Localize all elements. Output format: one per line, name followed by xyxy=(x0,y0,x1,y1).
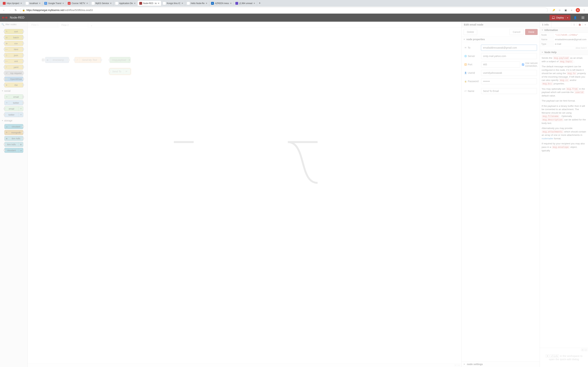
palette-category-social[interactable]: social xyxy=(0,88,27,93)
deploy-dropdown-icon[interactable]: ▾ xyxy=(565,17,568,19)
tab-close-icon[interactable]: ✕ xyxy=(86,2,88,5)
palette-node-sort[interactable]: ⇅sort xyxy=(4,29,23,34)
palette-filter-input[interactable] xyxy=(5,23,26,26)
tab-info[interactable]: ℹ info xyxy=(540,22,551,27)
port-input[interactable] xyxy=(481,61,520,67)
cancel-button[interactable]: Cancel xyxy=(510,29,524,35)
palette-node-xml[interactable]: <>xml xyxy=(4,59,23,64)
input-port[interactable] xyxy=(4,49,5,50)
output-port[interactable] xyxy=(22,102,24,104)
input-port[interactable] xyxy=(4,43,5,44)
browser-menu-icon[interactable] xyxy=(582,8,586,12)
input-port[interactable] xyxy=(4,108,5,109)
output-port[interactable] xyxy=(68,59,70,61)
input-port[interactable] xyxy=(109,71,110,72)
output-port[interactable] xyxy=(22,49,24,50)
tip-close-icon[interactable]: ✕ xyxy=(585,349,587,351)
userid-input[interactable] xyxy=(481,70,537,76)
palette-node-cloudant[interactable]: cloudant☁ xyxy=(4,148,23,153)
palette-node-batch[interactable]: ▤batch xyxy=(4,35,23,40)
palette-node-csv[interactable]: ▦csv xyxy=(4,41,23,46)
done-button[interactable]: Done xyxy=(525,29,538,35)
tab-close-icon[interactable]: ✕ xyxy=(62,2,64,5)
flow-node-inject[interactable]: ▶timestamp xyxy=(45,57,69,63)
flow-tab[interactable]: Flow 2 xyxy=(59,22,88,28)
input-port[interactable] xyxy=(4,72,5,74)
input-port[interactable] xyxy=(4,78,5,80)
to-input[interactable] xyxy=(481,45,537,51)
palette-category-storage[interactable]: storage xyxy=(0,118,27,123)
output-port[interactable] xyxy=(22,72,24,74)
tab-close-icon[interactable]: ✕ xyxy=(134,2,136,5)
output-port[interactable] xyxy=(100,59,102,61)
browser-tab[interactable]: MHello Node-Re✕ xyxy=(185,1,209,6)
zoom-out-button[interactable]: ∧ xyxy=(454,364,457,366)
delete-button[interactable]: Delete xyxy=(464,29,477,35)
information-header[interactable]: Information xyxy=(540,28,588,33)
password-input[interactable] xyxy=(481,78,537,84)
palette-node-html[interactable]: <>html xyxy=(4,47,23,52)
browser-tab[interactable]: Kongsi Ilmu IC✕ xyxy=(161,1,185,6)
input-port[interactable] xyxy=(74,59,75,61)
output-port[interactable] xyxy=(22,96,24,98)
inject-button[interactable] xyxy=(42,58,45,61)
tab-close-icon[interactable]: ✕ xyxy=(206,2,207,5)
input-port[interactable] xyxy=(4,150,5,151)
node-settings-header[interactable]: node settings xyxy=(461,361,540,367)
palette-node-cloudant[interactable]: ☁cloudant xyxy=(4,124,23,129)
flow-tab[interactable]: Flow 1 xyxy=(29,22,58,27)
input-port[interactable] xyxy=(109,59,110,61)
input-port[interactable] xyxy=(4,114,5,116)
flow-node-func[interactable]: ƒSend My Text xyxy=(75,57,101,63)
show-more-link[interactable]: show more ▾ xyxy=(540,46,588,50)
tab-close-icon[interactable]: ✕ xyxy=(110,2,112,5)
palette-node-yaml[interactable]: Yyaml xyxy=(4,65,23,70)
palette-node-mongodb[interactable]: ☘mongodb xyxy=(4,130,23,135)
palette-node-ibm-hdfs[interactable]: ibm hdfs▣ xyxy=(4,142,23,147)
output-port[interactable] xyxy=(22,60,24,62)
input-port[interactable] xyxy=(4,67,5,68)
browser-tab[interactable]: localhost✕ xyxy=(24,1,43,6)
tab-close-icon[interactable]: ✕ xyxy=(253,2,255,5)
extensions-icon[interactable] xyxy=(564,8,567,12)
output-port[interactable] xyxy=(22,138,24,139)
url-input[interactable]: 🔒 https://iotappmegat.mybluemix.net/red/… xyxy=(20,8,548,13)
browser-tab[interactable]: https://project✕ xyxy=(1,1,24,6)
tab-close-icon[interactable]: ✕ xyxy=(230,2,232,5)
output-port[interactable] xyxy=(22,55,24,56)
main-menu-button[interactable] xyxy=(580,15,586,21)
input-port[interactable] xyxy=(4,37,5,38)
palette-node-email[interactable]: email✉ xyxy=(4,106,23,111)
browser-tab[interactable]: Node-RED : io✕ xyxy=(138,1,161,6)
tab-close-icon[interactable]: ✕ xyxy=(20,2,22,5)
flow-node-debug[interactable]: msg.payload■ xyxy=(110,57,130,63)
palette-node-twitter[interactable]: ✉twitter xyxy=(4,100,23,105)
browser-tab[interactable]: Application De✕ xyxy=(113,1,137,6)
tab-info-icon[interactable]: ℹ xyxy=(571,23,577,26)
browser-tab[interactable]: (2,984 unread✕ xyxy=(234,1,257,6)
back-button[interactable] xyxy=(2,8,6,12)
input-port[interactable] xyxy=(4,84,5,86)
tab-close-icon[interactable]: ✕ xyxy=(158,2,159,5)
input-port[interactable] xyxy=(4,31,5,32)
palette-node-twitter[interactable]: twitter✉ xyxy=(4,112,23,117)
palette-node-email[interactable]: ✉email xyxy=(4,94,23,99)
zoom-in-button[interactable]: ∨ xyxy=(458,364,460,366)
browser-tab[interactable]: inAZREEN mess✕ xyxy=(209,1,234,6)
output-port[interactable] xyxy=(22,84,24,86)
browser-tab[interactable]: GGoogle Transl✕ xyxy=(43,1,66,6)
palette-node-tcp-request[interactable]: ⇄tcp request xyxy=(4,71,23,75)
output-port[interactable] xyxy=(22,126,24,127)
output-port[interactable] xyxy=(22,132,24,133)
tip-refresh-icon[interactable]: ⟳ xyxy=(581,349,584,351)
tab-debug-icon[interactable]: 🐞 xyxy=(577,23,582,26)
palette-node-json[interactable]: {}json xyxy=(4,53,23,58)
server-input[interactable] xyxy=(481,53,537,59)
saved-passwords-icon[interactable] xyxy=(552,8,555,12)
palette-node-ibm-hdfs[interactable]: ▣ibm hdfs xyxy=(4,136,23,141)
browser-tab[interactable]: MMyEG Service✕ xyxy=(90,1,114,6)
input-port[interactable] xyxy=(4,144,5,145)
add-flow-button[interactable]: + xyxy=(89,23,94,27)
browser-tab[interactable]: pCourse: NETV✕ xyxy=(66,1,90,6)
node-properties-header[interactable]: node properties xyxy=(461,36,540,42)
